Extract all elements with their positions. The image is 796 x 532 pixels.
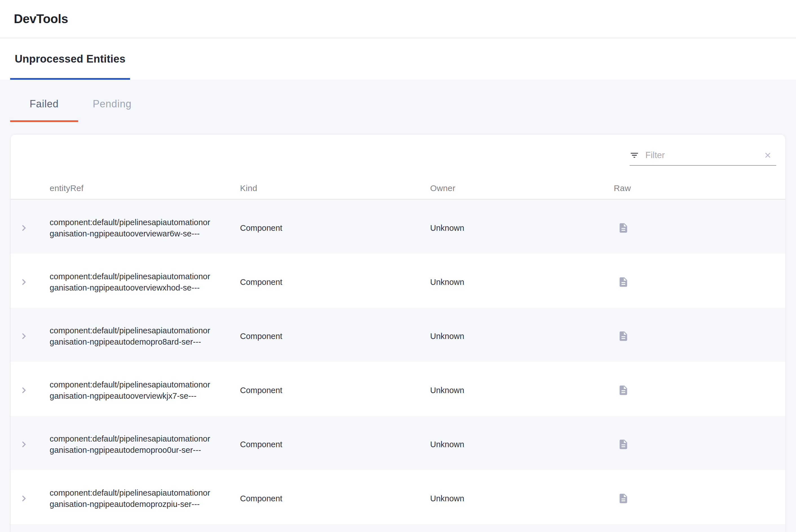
tab-label: Unprocessed Entities bbox=[15, 53, 126, 65]
filter-list-icon bbox=[630, 150, 639, 160]
owner-cell: Unknown bbox=[430, 494, 614, 503]
kind-cell: Component bbox=[240, 386, 430, 395]
raw-cell bbox=[614, 330, 785, 342]
tab-label: Failed bbox=[30, 98, 59, 110]
table-body: component:default/pipelinesapiautomation… bbox=[11, 200, 785, 532]
column-header-entityref: entityRef bbox=[50, 184, 240, 193]
chevron-right-icon[interactable] bbox=[19, 277, 29, 287]
chevron-right-icon[interactable] bbox=[19, 385, 29, 395]
expand-cell bbox=[11, 277, 50, 287]
raw-cell bbox=[614, 385, 785, 396]
document-icon[interactable] bbox=[618, 330, 629, 342]
expand-cell bbox=[11, 223, 50, 233]
tab-label: Pending bbox=[93, 98, 132, 110]
entityref-cell: component:default/pipelinesapiautomation… bbox=[50, 379, 240, 401]
entityref-cell: component:default/pipelinesapiautomation… bbox=[50, 433, 240, 456]
kind-cell: Component bbox=[240, 440, 430, 449]
expand-cell bbox=[11, 493, 50, 504]
page-title: DevTools bbox=[14, 12, 68, 26]
owner-cell: Unknown bbox=[430, 224, 614, 233]
document-icon[interactable] bbox=[618, 222, 629, 233]
status-tabbar: Failed Pending bbox=[0, 80, 796, 122]
clear-filter-button[interactable] bbox=[763, 151, 772, 159]
table-row-partial bbox=[11, 524, 785, 532]
filter-field[interactable] bbox=[630, 147, 776, 166]
owner-cell: Unknown bbox=[430, 440, 614, 449]
raw-cell bbox=[614, 222, 785, 233]
primary-tabbar: Unprocessed Entities bbox=[0, 38, 796, 80]
chevron-right-icon[interactable] bbox=[19, 439, 29, 450]
page-header: DevTools bbox=[0, 0, 796, 38]
kind-cell: Component bbox=[240, 224, 430, 233]
table-row[interactable]: component:default/pipelinesapiautomation… bbox=[11, 200, 785, 253]
filter-input[interactable] bbox=[645, 150, 763, 160]
document-icon[interactable] bbox=[618, 493, 629, 504]
table-row[interactable]: component:default/pipelinesapiautomation… bbox=[11, 470, 785, 524]
content-area: Failed Pending entityRef bbox=[0, 80, 796, 532]
table-row[interactable]: component:default/pipelinesapiautomation… bbox=[11, 253, 785, 308]
kind-cell: Component bbox=[240, 332, 430, 341]
expand-cell bbox=[11, 439, 50, 450]
expand-cell bbox=[11, 385, 50, 395]
close-icon bbox=[763, 151, 772, 159]
column-header-owner: Owner bbox=[430, 184, 614, 193]
document-icon[interactable] bbox=[618, 277, 629, 288]
tab-failed[interactable]: Failed bbox=[10, 80, 78, 122]
tab-unprocessed-entities[interactable]: Unprocessed Entities bbox=[10, 38, 130, 80]
column-header-kind: Kind bbox=[240, 184, 430, 193]
expand-cell bbox=[11, 331, 50, 341]
table-row[interactable]: component:default/pipelinesapiautomation… bbox=[11, 362, 785, 416]
owner-cell: Unknown bbox=[430, 332, 614, 341]
kind-cell: Component bbox=[240, 494, 430, 503]
chevron-right-icon[interactable] bbox=[19, 223, 29, 233]
unprocessed-entities-card: entityRef Kind Owner Raw component:defau… bbox=[11, 135, 785, 532]
chevron-right-icon[interactable] bbox=[19, 331, 29, 341]
chevron-right-icon[interactable] bbox=[19, 493, 29, 504]
entityref-cell: component:default/pipelinesapiautomation… bbox=[50, 271, 240, 293]
table-row[interactable]: component:default/pipelinesapiautomation… bbox=[11, 308, 785, 362]
table-header-row: entityRef Kind Owner Raw bbox=[11, 171, 785, 200]
entityref-cell: component:default/pipelinesapiautomation… bbox=[50, 217, 240, 239]
table-row[interactable]: component:default/pipelinesapiautomation… bbox=[11, 416, 785, 470]
filter-row bbox=[11, 135, 785, 171]
document-icon[interactable] bbox=[618, 385, 629, 396]
raw-cell bbox=[614, 493, 785, 504]
document-icon[interactable] bbox=[618, 439, 629, 450]
raw-cell bbox=[614, 439, 785, 450]
entityref-cell: component:default/pipelinesapiautomation… bbox=[50, 487, 240, 510]
tab-pending[interactable]: Pending bbox=[78, 80, 146, 122]
entityref-cell: component:default/pipelinesapiautomation… bbox=[50, 325, 240, 347]
column-header-raw: Raw bbox=[614, 184, 785, 193]
active-tab-indicator bbox=[10, 120, 78, 122]
owner-cell: Unknown bbox=[430, 386, 614, 395]
owner-cell: Unknown bbox=[430, 278, 614, 287]
kind-cell: Component bbox=[240, 278, 430, 287]
raw-cell bbox=[614, 277, 785, 288]
